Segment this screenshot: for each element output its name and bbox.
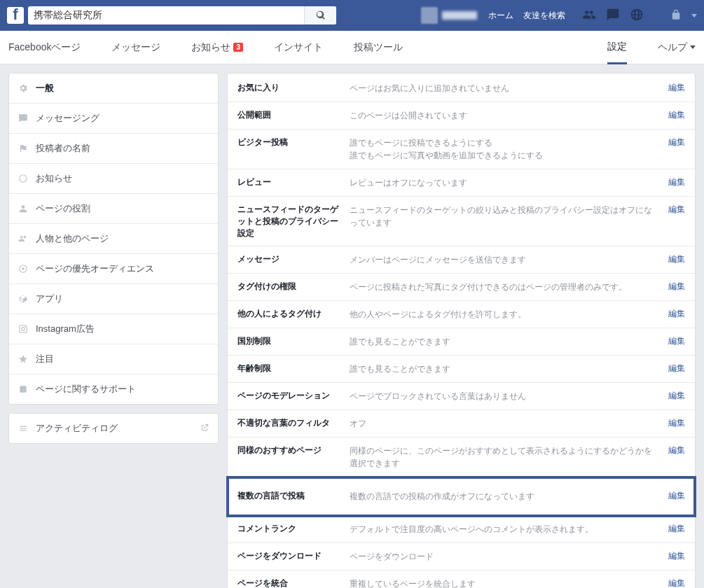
edit-link[interactable]: 編集 (668, 578, 685, 588)
svg-point-3 (22, 328, 25, 331)
nav-insight[interactable]: インサイト (274, 41, 323, 54)
sidebar-item-preferred-audience[interactable]: ページの優先オーディエンス (9, 254, 218, 284)
settings-row-label: ビジター投稿 (237, 136, 350, 148)
nav-posttool[interactable]: 投稿ツール (354, 41, 403, 54)
sidebar-item-label: ページに関するサポート (36, 383, 136, 396)
search-icon (316, 10, 326, 20)
sidebar-item-featured[interactable]: 注目 (9, 344, 218, 374)
settings-row-desc: ページに投稿された写真にタグ付けできるのはページの管理者のみです。 (350, 281, 660, 293)
edit-link[interactable]: 編集 (668, 444, 685, 456)
sidebar-item-instagram[interactable]: Instagram広告 (9, 314, 218, 344)
settings-row-label: お気に入り (237, 82, 350, 94)
edit-link[interactable]: 編集 (668, 204, 685, 216)
account-menu-caret[interactable] (691, 14, 697, 18)
settings-row: メッセージメンバーはページにメッセージを送信できます編集 (228, 246, 695, 274)
top-icons (582, 8, 697, 24)
settings-row-desc: オフ (350, 417, 660, 430)
svg-rect-5 (20, 386, 26, 392)
nav-messages[interactable]: メッセージ (111, 41, 160, 54)
sidebar-item-support[interactable]: ページに関するサポート (9, 374, 218, 404)
messages-icon[interactable] (606, 8, 620, 24)
nav-help[interactable]: ヘルプ (658, 41, 696, 54)
settings-row-desc: 他の人やページによるタグ付けを許可します。 (350, 308, 660, 321)
svg-point-1 (22, 267, 25, 270)
sidebar-item-general[interactable]: 一般 (9, 74, 218, 104)
home-link[interactable]: ホーム (488, 10, 513, 22)
edit-link[interactable]: 編集 (668, 109, 685, 121)
edit-link[interactable]: 編集 (668, 523, 685, 535)
sidebar-item-messaging[interactable]: メッセージング (9, 104, 218, 134)
people-icon (18, 233, 29, 244)
edit-link[interactable]: 編集 (668, 363, 685, 374)
search-button[interactable] (304, 6, 336, 24)
settings-row-desc: 同様のページに、このページがおすすめとして表示されるようにするかどうかを選択でき… (350, 444, 660, 470)
avatar[interactable] (421, 7, 438, 24)
sidebar: 一般 メッセージング 投稿者の名前 お知らせ ページの役割 人物と他のページ (8, 73, 219, 452)
content: 一般 メッセージング 投稿者の名前 お知らせ ページの役割 人物と他のページ (0, 64, 704, 588)
settings-row: ニュースフィードのターゲットと投稿のプライバシー設定ニュースフィードのターゲット… (228, 197, 695, 246)
sidebar-item-post-attribution[interactable]: 投稿者の名前 (9, 134, 218, 164)
settings-row: レビューレビューはオフになっています編集 (228, 169, 695, 197)
nav-page[interactable]: Facebookページ (8, 41, 81, 54)
instagram-icon (18, 323, 29, 335)
nav-settings[interactable]: 設定 (607, 31, 627, 64)
settings-row-desc: このページは公開されています (350, 109, 660, 122)
lock-icon[interactable] (670, 9, 682, 22)
username[interactable] (442, 11, 477, 20)
sidebar-item-notifications[interactable]: お知らせ (9, 164, 218, 194)
settings-row: ページをダウンロードページをダウンロード編集 (228, 543, 695, 570)
edit-link[interactable]: 編集 (668, 335, 685, 347)
globe-icon[interactable] (630, 8, 644, 24)
sidebar-item-activity-log[interactable]: アクティビティログ (9, 414, 218, 443)
settings-row: タグ付けの権限ページに投稿された写真にタグ付けできるのはページの管理者のみです。… (228, 274, 695, 301)
box-icon (18, 293, 29, 304)
sidebar-item-label: アクティビティログ (36, 422, 118, 435)
edit-link[interactable]: 編集 (668, 281, 685, 293)
edit-link[interactable]: 編集 (668, 82, 685, 94)
settings-row-label: ページのモデレーション (237, 390, 350, 402)
notice-badge: 3 (233, 43, 243, 52)
edit-link[interactable]: 編集 (668, 390, 685, 402)
settings-row-label: コメントランク (237, 523, 350, 535)
star-icon (18, 354, 29, 365)
friend-requests-icon[interactable] (582, 8, 596, 24)
settings-row-label: メッセージ (237, 253, 350, 265)
nav-notice[interactable]: お知らせ3 (191, 41, 243, 54)
settings-row-label: 年齢制限 (237, 363, 350, 374)
sidebar-item-page-roles[interactable]: ページの役割 (9, 194, 218, 224)
find-friends-link[interactable]: 友達を検索 (523, 10, 565, 22)
fb-logo[interactable]: f (7, 7, 24, 24)
activity-panel: アクティビティログ (8, 413, 219, 444)
settings-row-desc: レビューはオフになっています (350, 176, 660, 189)
main: お気に入りページはお気に入りに追加されていません編集公開範囲このページは公開され… (227, 73, 696, 588)
target-icon (18, 263, 29, 274)
list-icon (18, 423, 29, 434)
edit-link[interactable]: 編集 (668, 308, 685, 320)
gear-icon (18, 83, 29, 94)
edit-link[interactable]: 編集 (668, 136, 685, 148)
sidebar-item-apps[interactable]: アプリ (9, 284, 218, 314)
settings-row: お気に入りページはお気に入りに追加されていません編集 (228, 75, 695, 102)
edit-link[interactable]: 編集 (668, 176, 685, 188)
sidebar-item-label: ページの役割 (36, 202, 90, 215)
sidebar-item-people-pages[interactable]: 人物と他のページ (9, 224, 218, 254)
settings-row: 公開範囲このページは公開されています編集 (228, 102, 695, 130)
settings-row: ページを統合重複しているページを統合します編集 (228, 570, 695, 588)
edit-link[interactable]: 編集 (668, 417, 685, 429)
person-icon (18, 203, 29, 214)
settings-row-desc: ページでブロックされている言葉はありません (350, 390, 660, 402)
sidebar-item-label: メッセージング (36, 112, 99, 125)
settings-row-desc: 誰でも見ることができます (350, 335, 660, 348)
search-input[interactable] (28, 10, 304, 21)
settings-row-label: 複数の言語で投稿 (237, 490, 350, 502)
settings-row-desc: ページをダウンロード (350, 550, 660, 563)
sidebar-item-label: 投稿者の名前 (36, 142, 90, 155)
edit-link[interactable]: 編集 (668, 550, 685, 562)
svg-rect-2 (20, 326, 27, 333)
settings-row-desc: ニュースフィードのターゲットの絞り込みと投稿のプライバシー設定はオフになっていま… (350, 204, 660, 229)
settings-row: 同様のおすすめページ同様のページに、このページがおすすめとして表示されるようにす… (228, 438, 695, 477)
edit-link[interactable]: 編集 (668, 253, 685, 265)
settings-row-label: タグ付けの権限 (237, 281, 350, 293)
edit-link[interactable]: 編集 (668, 490, 685, 502)
settings-row-desc: デフォルトで注目度の高いページへのコメントが表示されます。 (350, 523, 660, 536)
